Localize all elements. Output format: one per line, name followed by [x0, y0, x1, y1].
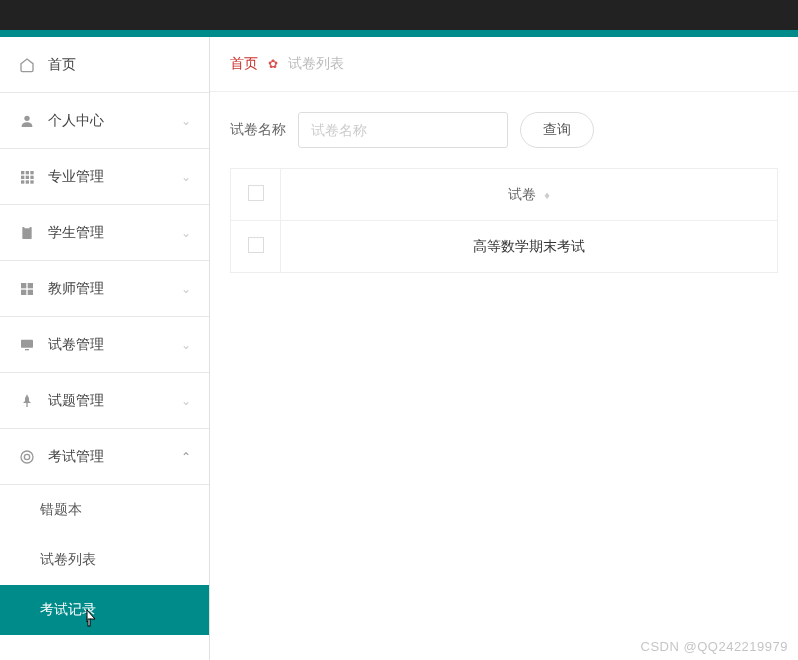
sidebar-item-teacher[interactable]: 教师管理 ⌄: [0, 261, 209, 317]
sidebar-item-home[interactable]: 首页: [0, 37, 209, 93]
header-paper-cell[interactable]: 试卷 ♦: [281, 169, 778, 221]
chevron-down-icon: ⌄: [181, 114, 191, 128]
table-header-row: 试卷 ♦: [231, 169, 778, 221]
sort-icon: ♦: [544, 189, 550, 201]
sidebar-item-personal[interactable]: 个人中心 ⌄: [0, 93, 209, 149]
svg-rect-12: [21, 283, 26, 288]
svg-rect-16: [21, 339, 33, 347]
sidebar-item-label: 专业管理: [48, 168, 181, 186]
target-icon: [18, 448, 36, 466]
chevron-down-icon: ⌄: [181, 282, 191, 296]
sidebar-item-label: 个人中心: [48, 112, 181, 130]
row-checkbox-cell: [231, 221, 281, 273]
svg-rect-7: [21, 180, 24, 183]
breadcrumb-sep-icon: ✿: [268, 57, 278, 71]
sidebar-item-label: 试题管理: [48, 392, 181, 410]
breadcrumb-home[interactable]: 首页: [230, 55, 258, 73]
svg-rect-2: [26, 171, 29, 174]
filter-row: 试卷名称 查询: [230, 112, 778, 148]
svg-rect-17: [25, 349, 29, 350]
monitor-icon: [18, 336, 36, 354]
sidebar-item-paper[interactable]: 试卷管理 ⌄: [0, 317, 209, 373]
svg-rect-3: [30, 171, 33, 174]
svg-rect-13: [28, 283, 33, 288]
row-paper-name: 高等数学期末考试: [281, 221, 778, 273]
chevron-down-icon: ⌄: [181, 170, 191, 184]
sidebar-item-label: 试卷管理: [48, 336, 181, 354]
breadcrumb: 首页 ✿ 试卷列表: [210, 37, 798, 92]
header-paper-label: 试卷: [508, 186, 536, 202]
row-checkbox[interactable]: [248, 237, 264, 253]
watermark: CSDN @QQ242219979: [641, 639, 788, 654]
svg-rect-15: [28, 289, 33, 294]
home-icon: [18, 56, 36, 74]
clipboard-icon: [18, 224, 36, 242]
person-icon: [18, 112, 36, 130]
sidebar-item-exam[interactable]: 考试管理 ⌃: [0, 429, 209, 485]
submenu-item-paper-list[interactable]: 试卷列表: [0, 535, 209, 585]
chevron-down-icon: ⌄: [181, 394, 191, 408]
svg-rect-4: [21, 175, 24, 178]
sidebar-item-label: 考试管理: [48, 448, 181, 466]
squares-icon: [18, 280, 36, 298]
svg-point-19: [21, 451, 33, 463]
svg-rect-8: [26, 180, 29, 183]
topbar-teal: [0, 30, 798, 37]
paper-table: 试卷 ♦ 高等数学期末考试: [230, 168, 778, 273]
svg-rect-6: [30, 175, 33, 178]
query-button[interactable]: 查询: [520, 112, 594, 148]
chevron-up-icon: ⌃: [181, 450, 191, 464]
sidebar-item-label: 教师管理: [48, 280, 181, 298]
chevron-down-icon: ⌄: [181, 226, 191, 240]
sidebar: 首页 个人中心 ⌄ 专业管理 ⌄ 学生管理 ⌄: [0, 37, 210, 660]
svg-rect-1: [21, 171, 24, 174]
svg-rect-11: [24, 225, 29, 228]
submenu-item-exam-record[interactable]: 考试记录: [0, 585, 209, 635]
pin-icon: [18, 392, 36, 410]
header-checkbox-cell: [231, 169, 281, 221]
paper-name-input[interactable]: [298, 112, 508, 148]
svg-rect-14: [21, 289, 26, 294]
sidebar-item-major[interactable]: 专业管理 ⌄: [0, 149, 209, 205]
topbar-dark: [0, 0, 798, 30]
submenu-item-wrong[interactable]: 错题本: [0, 485, 209, 535]
sidebar-item-label: 首页: [48, 56, 191, 74]
chevron-down-icon: ⌄: [181, 338, 191, 352]
svg-rect-9: [30, 180, 33, 183]
select-all-checkbox[interactable]: [248, 185, 264, 201]
grid-icon: [18, 168, 36, 186]
submenu-exam: 错题本 试卷列表 考试记录: [0, 485, 209, 635]
svg-point-20: [24, 454, 29, 459]
svg-rect-10: [22, 227, 31, 239]
sidebar-item-question[interactable]: 试题管理 ⌄: [0, 373, 209, 429]
table-row: 高等数学期末考试: [231, 221, 778, 273]
breadcrumb-current: 试卷列表: [288, 55, 344, 73]
svg-rect-18: [26, 403, 27, 407]
svg-point-0: [24, 115, 29, 120]
main-content: 首页 ✿ 试卷列表 试卷名称 查询 试卷: [210, 37, 798, 660]
sidebar-item-student[interactable]: 学生管理 ⌄: [0, 205, 209, 261]
filter-label: 试卷名称: [230, 121, 286, 139]
sidebar-item-label: 学生管理: [48, 224, 181, 242]
svg-rect-5: [26, 175, 29, 178]
